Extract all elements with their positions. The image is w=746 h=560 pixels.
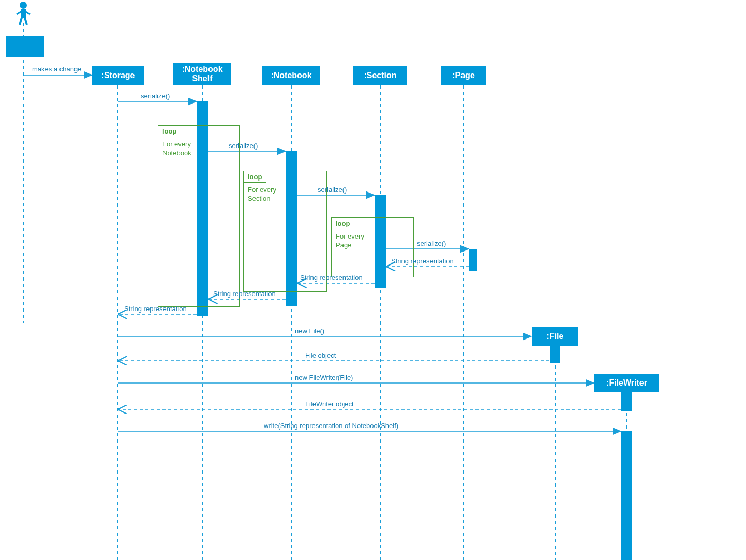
msg-fw-object: FileWriter object bbox=[305, 400, 354, 408]
participant-page: :Page bbox=[441, 66, 486, 85]
msg-serialize-3: serialize() bbox=[318, 186, 347, 194]
loop-cond: For every Notebook bbox=[162, 140, 191, 158]
msg-return-3: String representation bbox=[213, 290, 276, 298]
loop-cond: For every Section bbox=[248, 186, 276, 203]
label: :FileWriter bbox=[606, 378, 647, 388]
svg-line-35 bbox=[25, 18, 27, 25]
loop-title: loop bbox=[248, 173, 262, 181]
svg-point-30 bbox=[20, 2, 27, 9]
label: :Section bbox=[364, 71, 396, 80]
msg-new-filewriter: new FileWriter(File) bbox=[295, 374, 353, 381]
participant-section: :Section bbox=[353, 66, 407, 85]
label: :Notebook bbox=[271, 71, 311, 80]
msg-file-object: File object bbox=[305, 351, 336, 359]
label: :Storage bbox=[101, 71, 135, 80]
msg-serialize-1: serialize() bbox=[141, 92, 170, 100]
svg-line-34 bbox=[20, 18, 22, 25]
msg-return-1: String representation bbox=[391, 257, 454, 265]
msg-write: write(String representation of NotebookS… bbox=[264, 422, 398, 430]
loop-cond: For every Page bbox=[336, 232, 364, 250]
participant-filewriter: :FileWriter bbox=[594, 374, 659, 392]
label: :File bbox=[547, 332, 564, 341]
participant-file: :File bbox=[532, 327, 578, 346]
label: :Notebook Shelf bbox=[182, 65, 222, 83]
msg-serialize-2: serialize() bbox=[229, 142, 258, 150]
loop-title: loop bbox=[162, 127, 176, 135]
svg-rect-15 bbox=[621, 431, 632, 560]
svg-rect-14 bbox=[621, 389, 632, 411]
msg-return-2: String representation bbox=[300, 274, 363, 282]
participant-notebook: :Notebook bbox=[262, 66, 320, 85]
msg-return-4: String representation bbox=[124, 305, 187, 313]
participant-notebookshelf: :Notebook Shelf bbox=[173, 63, 231, 85]
loop-frame-page: loop For every Page bbox=[331, 217, 414, 277]
msg-new-file: new File() bbox=[295, 327, 324, 335]
actor-icon bbox=[16, 1, 31, 28]
msg-serialize-4: serialize() bbox=[417, 240, 446, 247]
label: :Page bbox=[452, 71, 475, 80]
participant-storage: :Storage bbox=[92, 66, 144, 85]
msg-makes-change: makes a change bbox=[32, 65, 81, 73]
loop-frame-notebook: loop For every Notebook bbox=[158, 125, 240, 307]
loop-title: loop bbox=[336, 219, 350, 227]
svg-rect-12 bbox=[469, 249, 477, 271]
svg-rect-8 bbox=[6, 36, 44, 57]
